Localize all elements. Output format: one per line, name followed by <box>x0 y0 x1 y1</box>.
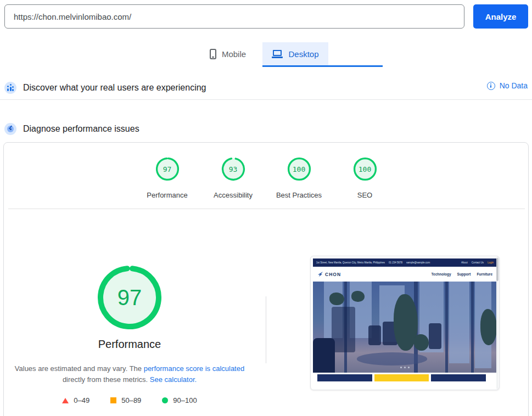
category-label: Best Practices <box>276 191 322 199</box>
performance-score-gauge: 97 <box>97 265 163 330</box>
analyze-button[interactable]: Analyze <box>473 4 528 29</box>
thumb-footer-blocks <box>313 373 497 383</box>
legend-range: 0–49 <box>74 396 89 404</box>
score-calculation-link[interactable]: performance score is calculated <box>144 364 245 373</box>
average-square-icon <box>110 397 116 403</box>
category-scores-row: 97 Performance 93 Accessibility 100 Best… <box>4 157 528 199</box>
page-screenshot-thumbnail: 1st Street, New Manila, Quezon City, Met… <box>310 256 500 390</box>
performance-gauge-label: Performance <box>4 338 255 351</box>
section-divider <box>0 99 532 100</box>
score-gauge: 97 <box>155 157 180 181</box>
score-disclaimer: Values are estimated and may vary. The p… <box>12 363 248 385</box>
legend-average: 50–89 <box>110 396 141 404</box>
thumb-scrollbar <box>496 257 499 389</box>
field-data-section-header: Discover what your real users are experi… <box>0 77 532 99</box>
active-tab-indicator <box>262 65 383 67</box>
legend-range: 90–100 <box>173 396 197 404</box>
laptop-icon <box>272 50 283 58</box>
score-gauge: 100 <box>353 157 377 181</box>
no-data-status[interactable]: No Data <box>487 81 528 90</box>
chon-arrow-icon <box>317 271 323 277</box>
vertical-divider <box>266 296 266 363</box>
category-seo[interactable]: 100 SEO <box>353 157 377 199</box>
category-label: SEO <box>357 191 372 199</box>
pass-circle-icon <box>162 397 168 403</box>
carousel-dots <box>313 367 497 368</box>
score-gauge: 93 <box>221 157 245 181</box>
tab-mobile[interactable]: Mobile <box>198 42 258 65</box>
thumb-address: 1st Street, New Manila, Quezon City, Met… <box>316 261 385 264</box>
category-label: Performance <box>147 191 187 199</box>
thumb-email: sample@sample.com <box>406 261 430 264</box>
thumb-menu: Technology Support Furniture <box>432 272 492 276</box>
tab-desktop[interactable]: Desktop <box>262 42 328 65</box>
lab-data-title: Diagnose performance issues <box>23 124 139 134</box>
field-data-title: Discover what your real users are experi… <box>23 83 206 93</box>
tab-desktop-label: Desktop <box>288 49 318 59</box>
card-divider <box>8 209 525 209</box>
thumb-link-about: About <box>461 261 468 264</box>
thumb-navbar: CHON Technology Support Furniture <box>313 267 497 282</box>
disclaimer-text: directly from these metrics. <box>63 375 150 384</box>
lab-data-section-header: Diagnose performance issues <box>0 118 532 140</box>
category-accessibility[interactable]: 93 Accessibility <box>221 157 245 199</box>
disclaimer-text: Values are estimated and may vary. The <box>15 364 144 373</box>
fail-triangle-icon <box>62 398 69 403</box>
report-card: 97 Performance 93 Accessibility 100 Best… <box>3 142 529 416</box>
score-legend: 0–49 50–89 90–100 <box>4 396 255 404</box>
category-best-practices[interactable]: 100 Best Practices <box>287 157 311 199</box>
legend-pass: 90–100 <box>162 396 197 404</box>
no-data-label: No Data <box>500 81 528 90</box>
thumb-brand-logo: CHON <box>317 271 341 277</box>
category-performance[interactable]: 97 Performance <box>155 157 180 199</box>
see-calculator-link[interactable]: See calculator. <box>150 375 197 384</box>
speedometer-icon <box>4 123 16 135</box>
thumb-link-login: Login <box>488 261 494 264</box>
score-gauge: 100 <box>287 157 311 181</box>
tab-mobile-label: Mobile <box>222 49 246 59</box>
info-icon <box>487 82 495 90</box>
thumb-topbar: 1st Street, New Manila, Quezon City, Met… <box>313 258 497 267</box>
thumb-link-contact: Contact Us <box>472 261 484 264</box>
users-chart-icon <box>4 82 16 94</box>
url-input[interactable] <box>4 4 464 29</box>
legend-fail: 0–49 <box>62 396 89 404</box>
phone-icon <box>210 49 216 59</box>
thumb-hero-image <box>313 282 497 373</box>
category-label: Accessibility <box>214 191 253 199</box>
legend-range: 50–89 <box>121 396 141 404</box>
thumb-phone: 01 234 5678 <box>389 261 402 264</box>
